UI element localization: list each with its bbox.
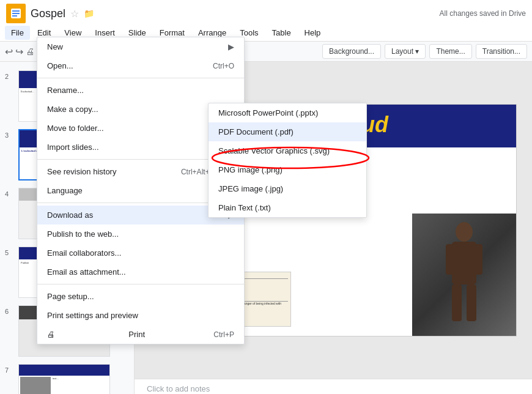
menu-publish-web[interactable]: Publish to the web... [37, 225, 244, 243]
redo-icon[interactable]: ↪ [15, 46, 23, 58]
menu-print[interactable]: 🖨 Print Ctrl+P [37, 325, 244, 344]
svg-rect-1 [12, 10, 20, 12]
background-btn[interactable]: Background... [322, 44, 381, 59]
menu-email-attachment[interactable]: Email as attachment... [37, 262, 244, 281]
save-status: All changes saved in Drive [440, 9, 526, 18]
download-pdf[interactable]: PDF Document (.pdf) [209, 122, 366, 141]
menu-page-setup[interactable]: Page setup... [37, 287, 244, 306]
slide-thumb-7[interactable]: 7 text... [0, 360, 134, 394]
print-toolbar-icon[interactable]: 🖨 [26, 46, 34, 56]
download-submenu: Microsoft PowerPoint (.pptx) PDF Documen… [208, 103, 367, 218]
download-jpg[interactable]: JPEG image (.jpg) [209, 179, 366, 198]
menu-file[interactable]: File [5, 26, 30, 40]
menu-print-settings[interactable]: Print settings and preview [37, 306, 244, 325]
svg-rect-9 [467, 284, 476, 321]
menu-open[interactable]: Open... Ctrl+O [37, 56, 244, 75]
arrow-right-icon: ▶ [228, 42, 234, 51]
download-txt[interactable]: Plain Text (.txt) [209, 198, 366, 217]
divider-4 [37, 284, 244, 284]
notes-bar[interactable]: Click to add notes [135, 379, 532, 394]
svg-rect-8 [452, 284, 462, 321]
svg-rect-6 [446, 244, 453, 275]
menu-help[interactable]: Help [298, 26, 327, 40]
folder-icon[interactable]: 📁 [84, 9, 94, 18]
layout-btn[interactable]: Layout ▾ [385, 44, 426, 59]
svg-rect-3 [12, 15, 17, 17]
svg-point-4 [456, 222, 473, 242]
menu-rename[interactable]: Rename... [37, 81, 244, 100]
divider-1 [37, 78, 244, 78]
slide-preview-7[interactable]: text... [18, 364, 110, 394]
download-png[interactable]: PNG image (.png) [209, 160, 366, 179]
menu-email-collaborators[interactable]: Email collaborators... [37, 243, 244, 262]
notes-placeholder[interactable]: Click to add notes [147, 384, 210, 393]
theme-btn[interactable]: Theme... [429, 44, 471, 59]
svg-rect-2 [12, 13, 20, 14]
document-title[interactable]: Gospel [31, 7, 65, 20]
svg-rect-7 [475, 244, 482, 275]
undo-icon[interactable]: ↩ [5, 46, 13, 58]
star-icon[interactable]: ☆ [70, 8, 79, 20]
svg-rect-5 [452, 242, 476, 284]
download-pptx[interactable]: Microsoft PowerPoint (.pptx) [209, 103, 366, 122]
app-logo [6, 4, 26, 23]
menu-table[interactable]: Table [266, 26, 297, 40]
download-svg[interactable]: Scalable Vector Graphics (.svg) [209, 141, 366, 160]
figure-image [412, 214, 516, 336]
transition-btn[interactable]: Transition... [476, 44, 527, 59]
menu-new[interactable]: New ▶ [37, 37, 244, 56]
printer-icon: 🖨 [47, 330, 55, 339]
